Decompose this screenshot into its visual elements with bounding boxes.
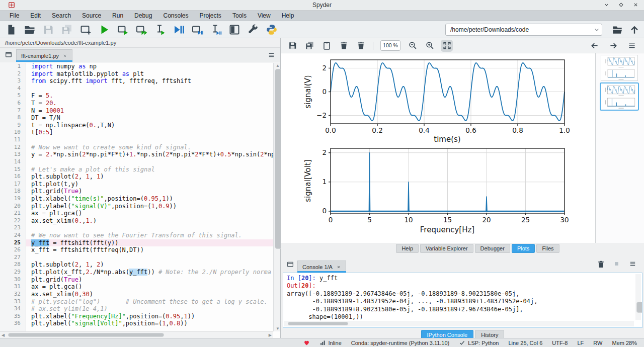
- zoom-out-icon[interactable]: [408, 41, 418, 51]
- code-line[interactable]: 13y = 2.*np.sin(2*np.pi*F*t)+1.*np.sin(2…: [0, 151, 273, 158]
- zoom-in-icon[interactable]: [425, 41, 435, 51]
- code-line[interactable]: 7N = 10001: [0, 107, 273, 115]
- ipython-console-output[interactable]: In [20]: y_fftOut[20]:array([-0.18893189…: [283, 273, 642, 328]
- menu-item-help[interactable]: Help: [276, 12, 300, 19]
- hamburger-icon[interactable]: [268, 51, 275, 59]
- maximize-pane-icon[interactable]: [228, 24, 240, 36]
- tab-plots[interactable]: Plots: [512, 244, 535, 253]
- save-all-plots-icon[interactable]: [304, 41, 314, 51]
- tab-debugger[interactable]: Debugger: [475, 244, 510, 253]
- code-line[interactable]: 4: [0, 85, 273, 93]
- menu-item-projects[interactable]: Projects: [194, 12, 227, 19]
- status-item-lsp[interactable]: LSP: Python: [459, 339, 499, 346]
- code-line[interactable]: 17plt.plot(t,y): [0, 181, 273, 188]
- code-line[interactable]: 14: [0, 158, 273, 166]
- menu-item-consoles[interactable]: Consoles: [157, 12, 194, 19]
- code-line[interactable]: 27: [0, 254, 273, 262]
- status-item-conda[interactable]: Conda: spyder-runtime (Python 3.11.10): [351, 340, 449, 346]
- browse-directory-folder-icon[interactable]: [612, 24, 623, 35]
- status-item-inline[interactable]: Inline: [319, 339, 342, 346]
- menu-item-edit[interactable]: Edit: [25, 12, 46, 19]
- close-icon[interactable]: [336, 265, 341, 270]
- code-line[interactable]: 26x_fft = fftshift(fftfreq(N,DT)): [0, 246, 273, 254]
- open-folder-icon[interactable]: [24, 24, 36, 36]
- remove-all-variables-trash-icon[interactable]: [597, 260, 606, 269]
- copy-icon[interactable]: [321, 41, 332, 51]
- arrow-right-icon[interactable]: [608, 41, 618, 51]
- code-line[interactable]: 2import matplotlib.pyplot as plt: [0, 70, 273, 78]
- window-close-icon[interactable]: [632, 2, 639, 8]
- code-line[interactable]: 3from scipy.fft import fft, fftfreq, fft…: [0, 77, 273, 85]
- code-line[interactable]: 28plt.subplot(2, 1, 2): [0, 261, 273, 269]
- code-line[interactable]: 24# We now want to see the Fourier Trans…: [0, 232, 273, 239]
- menu-item-tools[interactable]: Tools: [227, 12, 252, 19]
- console-horizontal-scrollbar[interactable]: [284, 321, 634, 326]
- code-line[interactable]: 33# plt.yscale("log") # Uncomment these …: [0, 298, 273, 306]
- code-line[interactable]: 15# Let's make a plot of this signal: [0, 166, 273, 173]
- editor-tab[interactable]: fft-example1.py: [16, 49, 72, 62]
- code-editor[interactable]: 1import numpy as np2import matplotlib.py…: [0, 63, 273, 331]
- working-directory-combobox[interactable]: /home/peter/Downloads/code: [445, 24, 602, 36]
- code-line[interactable]: 35plt.xlabel("Frequency[Hz]",position=(0…: [0, 313, 273, 320]
- menu-item-run[interactable]: Run: [107, 12, 129, 19]
- tab-variable-explorer[interactable]: Variable Explorer: [420, 244, 473, 253]
- status-item-rw[interactable]: RW: [593, 340, 602, 346]
- status-item-utf-8[interactable]: UTF-8: [552, 340, 568, 346]
- trash-all-icon[interactable]: [356, 41, 366, 51]
- debug-cell-icon[interactable]: [191, 24, 203, 36]
- menu-item-source[interactable]: Source: [76, 12, 107, 19]
- run-cell-advance-icon[interactable]: [135, 24, 147, 36]
- code-line[interactable]: 20plt.ylabel("signal(V)",position=(1,0.9…: [0, 203, 273, 210]
- parent-directory-arrow-up-icon[interactable]: [629, 24, 640, 35]
- hamburger-icon[interactable]: [629, 260, 638, 269]
- code-line[interactable]: 31ax = plt.gca(): [0, 283, 273, 291]
- debug-icon[interactable]: [173, 24, 185, 36]
- code-line[interactable]: 22ax.set_xlim(0.,1.): [0, 217, 273, 225]
- plot-thumbnail-1[interactable]: [601, 55, 638, 81]
- new-file-icon[interactable]: [5, 24, 17, 36]
- run-selection-icon[interactable]: [154, 24, 166, 36]
- code-line[interactable]: 1import numpy as np: [0, 63, 273, 70]
- code-line[interactable]: 16plt.subplot(2, 1, 1): [0, 173, 273, 181]
- console-tab[interactable]: Console 1/A: [297, 261, 346, 273]
- status-item-line-25[interactable]: Line 25, Col 6: [508, 340, 542, 346]
- close-icon[interactable]: [62, 53, 67, 58]
- code-line[interactable]: 36plt.ylabel("signal[Volt]",position=(1,…: [0, 320, 273, 327]
- menu-item-view[interactable]: View: [252, 12, 276, 19]
- preferences-icon[interactable]: [247, 24, 259, 36]
- browse-tabs-icon[interactable]: [286, 261, 294, 269]
- run-icon[interactable]: [98, 24, 110, 36]
- menu-item-file[interactable]: File: [4, 12, 25, 19]
- code-line[interactable]: 32ax.set_xlim(0,30): [0, 291, 273, 298]
- status-item-mem-28-[interactable]: Mem 28%: [612, 340, 637, 346]
- save-plot-icon[interactable]: [287, 41, 297, 51]
- code-line[interactable]: 30plt.grid(True): [0, 276, 273, 284]
- code-line[interactable]: 19plt.xlabel("time(s)",position=(0.95,1)…: [0, 195, 273, 203]
- plot-thumbnail-2-selected[interactable]: [600, 82, 639, 111]
- tab-files[interactable]: Files: [536, 244, 559, 253]
- code-line[interactable]: 6T = 20.: [0, 100, 273, 107]
- python-icon[interactable]: [266, 24, 278, 36]
- code-line[interactable]: 9t = np.linspace(0.,T,N): [0, 122, 273, 129]
- status-item-lf[interactable]: LF: [577, 340, 584, 346]
- code-line[interactable]: 11: [0, 136, 273, 144]
- trash-icon[interactable]: [339, 41, 349, 51]
- editor-vertical-scrollbar[interactable]: ▲ ▼: [273, 63, 280, 331]
- window-minimize-icon[interactable]: [603, 2, 610, 8]
- new-cell-icon[interactable]: [79, 24, 92, 36]
- status-item-heart-icon[interactable]: [303, 339, 310, 346]
- code-line[interactable]: 10t[0:5]: [0, 129, 273, 136]
- menu-item-debug[interactable]: Debug: [129, 12, 157, 19]
- code-line[interactable]: 29plt.plot(x_fft,2./N*np.abs(y_fft)) # N…: [0, 269, 273, 276]
- fit-plot-icon[interactable]: [442, 41, 452, 51]
- browse-tabs-icon[interactable]: [5, 51, 13, 59]
- window-maximize-icon[interactable]: [618, 2, 624, 8]
- editor-horizontal-scrollbar[interactable]: ◀ ▶: [0, 331, 273, 338]
- interrupt-kernel-stop-icon[interactable]: [613, 260, 622, 269]
- tab-help[interactable]: Help: [396, 244, 419, 253]
- code-line[interactable]: 18plt.grid(True): [0, 188, 273, 195]
- chevron-down-icon[interactable]: [593, 26, 601, 34]
- code-line[interactable]: 5F = 5.: [0, 92, 273, 100]
- hamburger-icon[interactable]: [627, 41, 637, 51]
- code-line[interactable]: 23: [0, 224, 273, 232]
